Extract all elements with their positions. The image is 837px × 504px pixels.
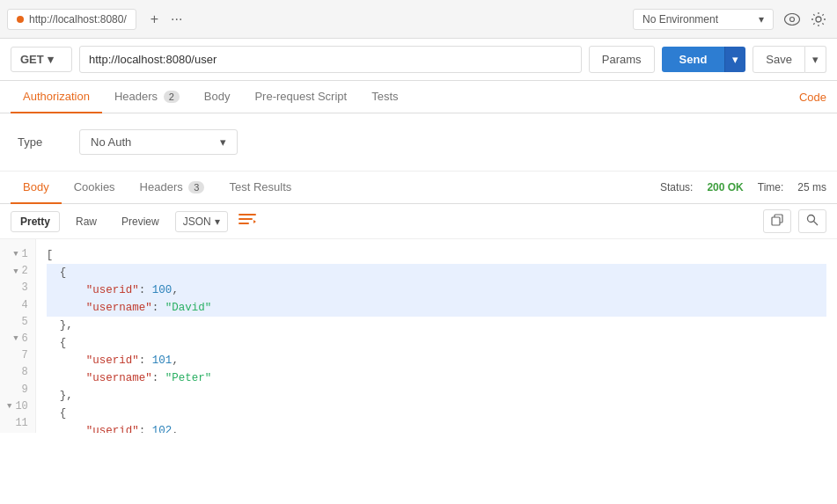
gear-icon-button[interactable] <box>807 10 830 29</box>
eye-icon-button[interactable] <box>781 10 804 29</box>
url-bar: GET ▾ Params Send ▾ Save ▾ <box>0 39 837 81</box>
code-line-1: [ <box>47 246 826 264</box>
line-num-11: 11 <box>7 415 28 432</box>
code-line-3: "userid": 100, <box>47 281 826 299</box>
line-num-9: 9 <box>7 382 28 398</box>
code-line-10: { <box>47 405 826 422</box>
collapse-10[interactable]: ▼ <box>7 400 11 413</box>
tab-actions: + ··· <box>147 10 187 29</box>
save-chevron-icon: ▾ <box>812 53 819 66</box>
environment-select[interactable]: No Environment ▾ <box>633 9 774 30</box>
line-numbers: ▼ 1 ▼ 2 3 4 5 ▼ 6 7 8 9 ▼ 10 11 12 13 14 <box>0 239 36 433</box>
line-num-7: 7 <box>7 347 28 364</box>
save-button[interactable]: Save <box>753 46 805 73</box>
code-line-11: "userid": 102, <box>47 422 826 433</box>
format-pretty-button[interactable]: Pretty <box>11 211 60 232</box>
copy-button[interactable] <box>763 209 791 233</box>
status-label: Status: <box>660 181 693 194</box>
line-num-8: 8 <box>7 364 28 381</box>
code-line-5: }, <box>47 317 826 334</box>
line-num-2: ▼ 2 <box>7 263 28 280</box>
auth-type-label: Type <box>18 135 62 149</box>
line-num-4: 4 <box>7 297 28 314</box>
code-content: [ { "userid": 100, "username": "David" }… <box>36 239 837 433</box>
tab-authorization[interactable]: Authorization <box>11 81 102 113</box>
more-button[interactable]: ··· <box>167 10 186 29</box>
method-select[interactable]: GET ▾ <box>11 47 72 72</box>
format-raw-button[interactable]: Raw <box>67 212 106 231</box>
line-num-1: ▼ 1 <box>7 246 28 263</box>
tab-resp-cookies[interactable]: Cookies <box>62 172 128 204</box>
search-button[interactable] <box>798 209 826 233</box>
send-chevron-icon: ▾ <box>732 53 738 66</box>
line-num-10: ▼ 10 <box>7 398 28 415</box>
code-link[interactable]: Code <box>799 82 826 113</box>
format-type-select[interactable]: JSON ▾ <box>175 211 228 232</box>
headers-badge: 2 <box>164 91 180 103</box>
code-line-6: { <box>47 334 826 352</box>
params-button[interactable]: Params <box>589 46 655 73</box>
svg-point-1 <box>790 17 795 21</box>
url-input[interactable] <box>79 46 582 73</box>
browser-tab[interactable]: http://localhost:8080/ <box>7 9 136 30</box>
code-line-4: "username": "David" <box>47 299 826 317</box>
tab-pre-request[interactable]: Pre-request Script <box>242 81 359 113</box>
env-label: No Environment <box>642 13 718 26</box>
method-label: GET <box>20 53 44 66</box>
send-dropdown-button[interactable]: ▾ <box>724 47 745 72</box>
format-type-value: JSON <box>183 215 211 228</box>
line-num-5: 5 <box>7 314 28 331</box>
format-chevron-icon: ▾ <box>215 215 220 228</box>
send-button-group: Send ▾ <box>662 47 746 72</box>
svg-rect-5 <box>239 223 249 224</box>
format-preview-button[interactable]: Preview <box>113 212 168 231</box>
tab-resp-headers[interactable]: Headers 3 <box>128 172 217 204</box>
send-button[interactable]: Send <box>662 47 725 72</box>
resp-headers-badge: 3 <box>188 181 204 194</box>
status-value: 200 OK <box>707 181 743 194</box>
auth-type-value: No Auth <box>91 135 131 149</box>
svg-rect-4 <box>239 218 253 220</box>
code-line-8: "username": "Peter" <box>47 369 826 387</box>
code-line-2: { <box>47 264 826 281</box>
new-tab-button[interactable]: + <box>147 10 162 29</box>
save-dropdown-button[interactable]: ▾ <box>805 46 826 73</box>
wrap-button[interactable] <box>235 210 260 232</box>
auth-section: Type No Auth ▾ <box>0 113 837 172</box>
line-num-6: ▼ 6 <box>7 331 28 347</box>
tab-dot <box>17 16 24 23</box>
collapse-2[interactable]: ▼ <box>13 266 18 278</box>
save-button-group: Save ▾ <box>753 46 826 73</box>
svg-line-8 <box>814 222 819 226</box>
time-label: Time: <box>758 181 784 194</box>
line-num-12: 12 <box>7 432 28 433</box>
resp-status: Status: 200 OK Time: 25 ms <box>660 181 826 194</box>
tab-body[interactable]: Body <box>192 81 243 113</box>
code-line-9: }, <box>47 387 826 405</box>
resp-toolbar: Pretty Raw Preview JSON ▾ <box>0 204 837 239</box>
svg-point-7 <box>808 215 815 223</box>
chevron-down-icon: ▾ <box>759 13 764 26</box>
tab-url: http://localhost:8080/ <box>29 13 127 26</box>
tab-resp-body[interactable]: Body <box>11 172 62 204</box>
auth-chevron-icon: ▾ <box>220 135 226 149</box>
code-line-7: "userid": 101, <box>47 352 826 369</box>
auth-type-select[interactable]: No Auth ▾ <box>79 129 238 155</box>
code-area: ▼ 1 ▼ 2 3 4 5 ▼ 6 7 8 9 ▼ 10 11 12 13 14… <box>0 239 837 433</box>
response-tabs: Body Cookies Headers 3 Test Results Stat… <box>0 172 837 204</box>
request-tabs: Authorization Headers 2 Body Pre-request… <box>0 81 837 113</box>
tab-headers[interactable]: Headers 2 <box>102 81 192 113</box>
tab-resp-test-results[interactable]: Test Results <box>217 172 304 204</box>
line-num-3: 3 <box>7 280 28 296</box>
collapse-6[interactable]: ▼ <box>13 332 18 345</box>
auth-row: Type No Auth ▾ <box>18 129 819 155</box>
collapse-1[interactable]: ▼ <box>13 248 18 260</box>
svg-point-0 <box>785 13 800 25</box>
tab-tests[interactable]: Tests <box>359 81 410 113</box>
top-right-icons <box>781 10 830 29</box>
svg-rect-3 <box>239 214 256 215</box>
svg-point-2 <box>816 17 821 22</box>
time-value: 25 ms <box>797 181 826 194</box>
top-bar: http://localhost:8080/ + ··· No Environm… <box>0 0 837 39</box>
svg-rect-6 <box>772 217 780 225</box>
